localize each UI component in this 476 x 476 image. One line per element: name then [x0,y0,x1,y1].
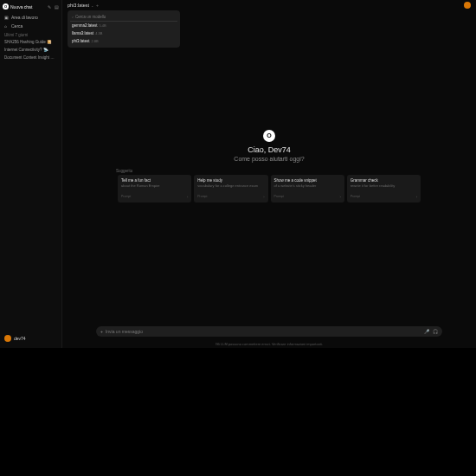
arrow-icon: › [187,195,188,199]
new-chat-button[interactable]: Nuova chat [10,4,45,10]
workspace-link[interactable]: ▣ Area di lavoro [3,13,59,22]
user-profile[interactable]: dev74 [3,332,59,344]
add-model-button[interactable]: + [96,3,99,8]
model-search-input[interactable] [75,15,176,19]
chat-history-item[interactable]: SHA256 Hashing Guide 📔 [3,38,59,46]
model-option[interactable]: gemma2:latest 5.4B [70,22,177,29]
suggestion-card[interactable]: Grammar check rewrite it for better read… [347,175,421,203]
chat-history-item[interactable]: Document Content Insight 🎯📋 [3,54,59,61]
main-panel: phi3:latest ⌄ + ⌕ gemma2:latest 5.4B lla… [62,0,476,348]
welcome-area: O Ciao, Dev74 Come posso aiutarti oggi? … [62,10,476,321]
avatar [4,335,11,342]
chevron-down-icon: ⌄ [91,3,93,8]
username-label: dev74 [14,336,26,341]
app-logo: O [3,3,9,10]
greeting-text: Ciao, Dev74 [248,145,291,154]
sidebar: O Nuova chat ✎ ▤ ▣ Area di lavoro ⌕ Cerc… [0,0,62,348]
edit-icon[interactable]: ✎ [47,4,52,10]
workspace-icon: ▣ [4,15,9,20]
model-selector[interactable]: phi3:latest [68,3,89,8]
footer-disclaimer: Gli LLM possono commettere errori. Verif… [62,340,476,348]
suggestion-card[interactable]: Help me study vocabulary for a college e… [194,175,267,203]
search-label: Cerca [11,23,23,29]
subtitle-text: Come posso aiutarti oggi? [234,156,304,162]
input-area: + 🎤 🎧 [62,321,476,340]
message-input-box: + 🎤 🎧 [96,326,442,337]
top-avatar[interactable] [464,2,471,9]
arrow-icon: › [263,195,264,199]
topbar: phi3:latest ⌄ + [62,0,476,10]
search-icon: ⌕ [4,23,9,29]
recent-section-label: Ultimi 7 giorni [3,30,59,38]
suggestion-cards: Tell me a fun fact about the Roman Empir… [118,175,421,203]
headphones-icon[interactable]: 🎧 [433,329,438,334]
model-option[interactable]: phi3:latest 2.8B [70,37,177,45]
workspace-label: Area di lavoro [11,15,38,20]
suggestion-card[interactable]: Show me a code snippet of a website's st… [271,175,344,203]
message-input[interactable] [106,329,424,334]
search-link[interactable]: ⌕ Cerca [3,22,59,30]
model-option[interactable]: llama3:latest 4.3B [70,29,177,37]
arrow-icon: › [339,195,340,199]
search-icon: ⌕ [72,15,74,19]
center-logo: O [263,130,275,142]
mic-icon[interactable]: 🎤 [424,329,429,334]
model-dropdown: ⌕ gemma2:latest 5.4B llama3:latest 4.3B … [68,10,180,48]
suggestion-card[interactable]: Tell me a fun fact about the Roman Empir… [118,175,191,203]
chat-history-item[interactable]: Internet Connectivity? 📡 [3,46,59,54]
suggested-label: Suggerito [116,169,132,173]
arrow-icon: › [416,195,417,199]
sidebar-header: O Nuova chat ✎ ▤ [3,3,59,10]
attach-button[interactable]: + [100,329,103,334]
compose-icon[interactable]: ▤ [54,4,59,10]
model-search-row: ⌕ [70,13,177,22]
